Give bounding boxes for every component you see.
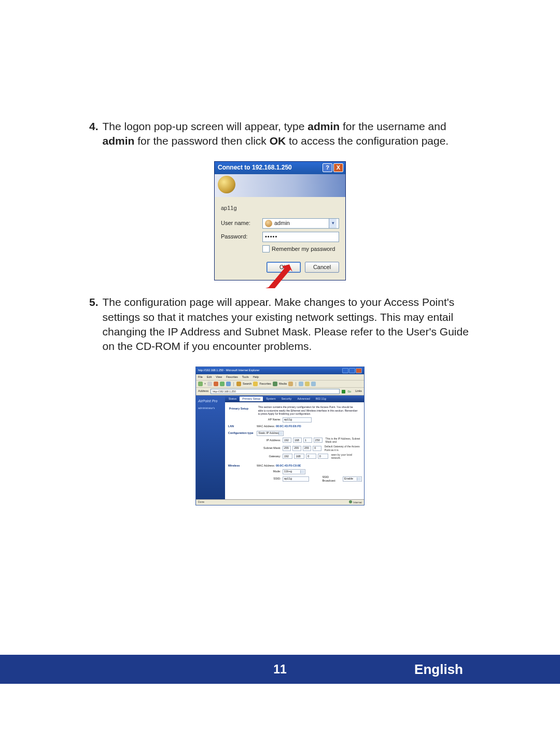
menu-file[interactable]: File — [198, 375, 203, 379]
tab-system[interactable]: System — [263, 397, 278, 401]
username-label: User name: — [221, 219, 262, 227]
ap-name-input[interactable]: ap11g — [283, 417, 312, 423]
mask-octet-3[interactable]: 255 — [303, 446, 312, 451]
step4-admin1: admin — [307, 120, 340, 132]
tab-advanced[interactable]: Advanced — [295, 397, 312, 401]
tab-status[interactable]: Status — [226, 397, 240, 401]
ssid-value: ap11g — [284, 477, 292, 481]
ip-octet-2[interactable]: 168 — [293, 438, 302, 443]
section-name: Primary Setup — [229, 407, 248, 411]
home-icon[interactable] — [226, 382, 231, 386]
gw-octet-3[interactable]: 0 — [306, 454, 316, 459]
mask-octet-2[interactable]: 255 — [292, 446, 301, 451]
menu-tools[interactable]: Tools — [242, 375, 249, 379]
maximize-icon[interactable] — [349, 368, 355, 373]
print-icon[interactable] — [305, 382, 310, 386]
cfg-type-value: Static IP Address — [258, 431, 280, 435]
ie-status-left: Done — [198, 500, 204, 504]
ip-octet-1[interactable]: 192 — [283, 438, 291, 443]
go-icon[interactable] — [342, 390, 345, 393]
figure-auth-dialog: Connect to 192.168.1.250 ? X ap11g User … — [89, 161, 471, 281]
section-description-text: This section contains the primary config… — [258, 405, 358, 415]
step4-ok: OK — [270, 135, 286, 147]
user-icon — [265, 220, 272, 227]
address-label: Address — [198, 389, 208, 393]
menu-favorites[interactable]: Favorites — [226, 375, 238, 379]
ap-name-value: ap11g — [284, 418, 292, 421]
tab-security[interactable]: Security — [279, 397, 295, 401]
chevron-down-icon[interactable]: ▾ — [329, 219, 337, 228]
address-value: http://192.168.1.250 — [213, 390, 235, 393]
menu-view[interactable]: View — [216, 375, 222, 379]
ap-name-label: AP Name: — [257, 418, 281, 421]
media-icon[interactable] — [273, 382, 277, 386]
mask-label: Subnet Mask: — [257, 446, 281, 450]
auth-realm: ap11g — [221, 204, 339, 212]
section-description: Primary Setup This section contains the … — [258, 405, 358, 415]
ok-button[interactable]: OK — [267, 262, 301, 273]
stop-icon[interactable] — [214, 382, 218, 386]
links-label: Links — [355, 389, 362, 393]
edit-icon[interactable] — [311, 382, 316, 386]
cfg-type-select[interactable]: Static IP Address — [257, 431, 284, 436]
tab-80211g[interactable]: 802.11g — [313, 397, 329, 401]
minimize-icon[interactable] — [342, 368, 348, 373]
ie-window: http://192.168.1.250 - Microsoft Interne… — [195, 367, 365, 505]
step-4-text: The logon pop-up screen will appear, typ… — [103, 119, 471, 149]
config-tabs: Status Primary Setup System Security Adv… — [225, 396, 364, 402]
password-label: Password: — [221, 233, 262, 241]
gw-octet-4[interactable]: 0 — [318, 454, 328, 459]
mode-select[interactable]: 11b+g — [283, 469, 305, 474]
auth-dialog-title: Connect to 192.168.1.250 — [218, 163, 292, 172]
toolbar-media-label: Media — [279, 382, 287, 386]
history-icon[interactable] — [288, 382, 293, 386]
mask-note: Default Gateway of the Access Point as i… — [325, 445, 362, 452]
mask-octet-1[interactable]: 255 — [283, 446, 291, 451]
remember-password-checkbox[interactable] — [262, 245, 270, 252]
sidebar-subtitle: administrator's — [198, 406, 223, 410]
ssid-input[interactable]: ap11g — [283, 476, 309, 482]
menu-edit[interactable]: Edit — [207, 375, 212, 379]
favorites-icon[interactable] — [253, 382, 258, 386]
page-number: 11 — [273, 663, 287, 677]
ssid-broadcast-value: Enable — [344, 477, 353, 481]
ie-title-text: http://192.168.1.250 - Microsoft Interne… — [198, 369, 259, 372]
ip-label: IP Address: — [257, 439, 281, 442]
username-field[interactable]: admin ▾ — [262, 218, 339, 229]
tab-primary-setup[interactable]: Primary Setup — [240, 397, 263, 401]
auth-dialog-banner — [215, 174, 345, 197]
sidebar-logo: AirPoint Pro — [198, 399, 223, 403]
mail-icon[interactable] — [299, 382, 303, 386]
gw-label: Gateway: — [257, 455, 281, 458]
search-icon[interactable] — [236, 382, 241, 386]
forward-icon[interactable] — [207, 382, 212, 386]
ip-octet-3[interactable]: 1 — [303, 438, 312, 443]
go-label: Go — [347, 390, 351, 393]
back-icon[interactable] — [198, 382, 203, 386]
menu-help[interactable]: Help — [253, 375, 259, 379]
step-4: 4. The logon pop-up screen will appear, … — [89, 119, 471, 149]
auth-dialog-titlebar: Connect to 192.168.1.250 ? X — [215, 162, 345, 174]
address-input[interactable]: http://192.168.1.250 — [211, 389, 340, 394]
help-icon[interactable]: ? — [323, 163, 332, 172]
step4-t4: to access the configuration page. — [286, 135, 449, 147]
gw-octet-1[interactable]: 192 — [283, 454, 293, 459]
password-value: ••••• — [265, 233, 277, 241]
page-footer: 11 English — [0, 655, 560, 684]
ip-note: This is the IP Address, Subnet Mask and — [326, 437, 362, 444]
ssid-broadcast-select[interactable]: Enable — [343, 476, 362, 482]
mask-octet-4[interactable]: 0 — [313, 446, 321, 451]
refresh-icon[interactable] — [220, 382, 225, 386]
ie-close-icon[interactable] — [356, 368, 362, 373]
close-icon[interactable]: X — [333, 163, 343, 172]
gw-octet-2[interactable]: 168 — [294, 454, 304, 459]
keys-icon — [218, 176, 235, 193]
wireless-mac-label: MAC Address: — [257, 464, 275, 467]
ip-octet-4[interactable]: 250 — [314, 438, 323, 443]
toolbar-favorites-label: Favorites — [259, 382, 271, 386]
cancel-button[interactable]: Cancel — [305, 262, 339, 273]
step4-t2: for the username and — [340, 120, 446, 132]
ie-statusbar: Done Internet — [196, 499, 364, 505]
ie-toolbar: ▾ Search Favorites Media — [196, 381, 364, 388]
password-field[interactable]: ••••• — [262, 232, 339, 242]
